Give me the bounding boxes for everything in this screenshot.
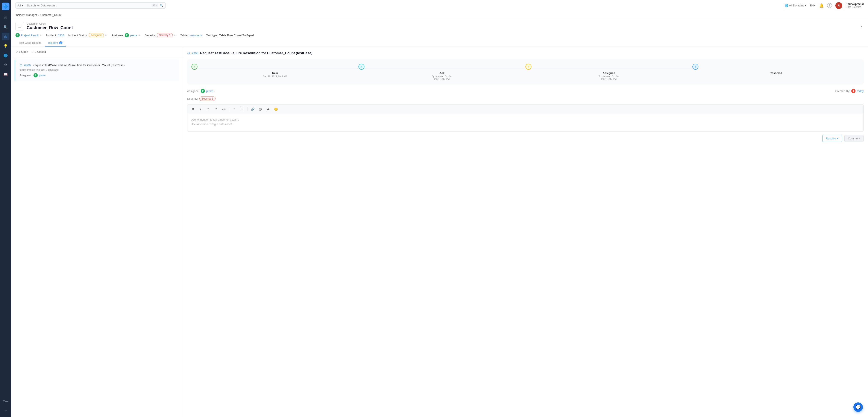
user-name: Rounakpreet.d <box>846 3 864 6</box>
status-badge[interactable]: Assigned <box>89 33 104 37</box>
assignee-name-link[interactable]: pierre <box>130 34 137 37</box>
code-button[interactable]: </> <box>221 106 227 112</box>
more-options-button[interactable]: ⋮ <box>860 24 864 29</box>
severity-label: Severity: <box>145 34 156 37</box>
notification-bell-icon[interactable]: 🔔 <box>819 3 824 8</box>
timeline-circle-ack: ✓ <box>359 64 365 70</box>
main-wrapper: All ▾ ⌘ × 🔍 🌐 All Domains ▾ EN ▾ 🔔 ? R R… <box>11 0 868 417</box>
owner-name-link[interactable]: Prajwal Pandit <box>21 34 39 37</box>
hashtag-button[interactable]: # <box>265 106 271 112</box>
timeline-line-2 <box>365 68 525 68</box>
link-button[interactable]: 🔗 <box>250 106 256 112</box>
avatar[interactable]: R <box>835 2 842 9</box>
search-input[interactable] <box>27 4 150 7</box>
unordered-list-button[interactable]: ☰ <box>239 106 245 112</box>
detail-assignee-name[interactable]: pierre <box>206 90 213 93</box>
chat-fab-button[interactable]: 💬 <box>854 403 863 412</box>
mention-button[interactable]: @ <box>257 106 264 112</box>
detail-incident-number[interactable]: #306 <box>192 52 198 55</box>
editor-body[interactable]: Use @mention to tag a user or a team. Us… <box>187 114 864 131</box>
resolve-chevron-icon: ▾ <box>837 137 839 140</box>
assignee-meta: Assignee: P pierre ✏ <box>112 33 141 37</box>
domain-label: All Domains <box>789 4 804 7</box>
content-area: Incident Manager / Customer_Count ☰ Cust… <box>11 11 868 417</box>
creator-name-link[interactable]: teddy <box>857 90 864 93</box>
domain-selector[interactable]: 🌐 All Domains ▾ <box>785 4 806 7</box>
incident-number-link[interactable]: #306 <box>58 34 64 37</box>
status-meta: Incident Status: Assigned ✏ <box>68 33 107 37</box>
editor-placeholder-2: Use #mention to tag a data asset. <box>191 122 860 127</box>
logout-icon[interactable]: → <box>2 407 9 414</box>
detail-header: ⊙ #306 Request TestCase Failure Resoluti… <box>187 51 864 55</box>
incident-number-link[interactable]: #306 <box>24 64 31 67</box>
quote-button[interactable]: " <box>213 106 219 112</box>
app-logo[interactable]: 🔷 <box>2 3 9 10</box>
assignee-edit-icon[interactable]: ✏ <box>138 34 141 37</box>
breadcrumb-separator: / <box>38 13 39 17</box>
table-value-link[interactable]: customers <box>189 34 202 37</box>
timeline-label-ack: Ack By teddy on Oct 14,2024, 5:17 PM <box>432 71 453 80</box>
detail-assignee-label: Assignee: <box>187 90 199 93</box>
severity-edit-icon[interactable]: ✏ <box>174 34 176 37</box>
detail-created-by: Created By: T teddy <box>835 89 864 93</box>
action-row: Resolve ▾ Comment <box>187 135 864 142</box>
search-icon[interactable]: 🔍 <box>160 4 163 7</box>
chevron-down-icon: ▾ <box>22 4 23 7</box>
chevron-down-icon: ▾ <box>805 4 806 7</box>
breadcrumb-customer-count[interactable]: Customer_Count <box>40 13 61 17</box>
search-container: All ▾ ⌘ × 🔍 <box>16 2 166 8</box>
timeline-step-ack: ✓ Ack By teddy on Oct 14,2024, 5:17 PM <box>359 64 525 80</box>
search-icon[interactable]: 🔍 <box>2 23 9 31</box>
lang-selector[interactable]: EN ▾ <box>810 4 816 7</box>
lightbulb-icon[interactable]: 💡 <box>2 42 9 50</box>
ordered-list-button[interactable]: ≡ <box>231 106 238 112</box>
breadcrumb-incident-manager[interactable]: Incident Manager <box>16 13 37 17</box>
assignee-label: Assignee: <box>112 34 124 37</box>
open-filter[interactable]: ⊙ 1 Open <box>16 50 28 54</box>
timeline-label-assigned: Assigned To pierre on Oct 14,2024, 5:17 … <box>599 71 619 80</box>
database-icon[interactable]: ⚙ <box>2 61 9 69</box>
settings-icon[interactable]: ⊙— <box>2 397 9 405</box>
open-count-label: 1 Open <box>19 50 28 54</box>
detail-severity-badge[interactable]: Severity 1 <box>199 97 216 101</box>
timeline-step-assigned: ✓ Assigned To pierre on Oct 14,2024, 5:1… <box>525 64 692 80</box>
globe-icon[interactable]: 🌐 <box>2 52 9 59</box>
italic-button[interactable]: I <box>198 106 204 112</box>
assignee-name[interactable]: pierre <box>39 74 46 77</box>
tab-test-case-results[interactable]: Test Case Results <box>16 39 45 46</box>
home-icon[interactable]: ⊞ <box>2 14 9 22</box>
severity-meta: Severity: Severity 1 ✏ <box>145 33 176 37</box>
status-edit-icon[interactable]: ✏ <box>105 34 107 37</box>
owner-avatar: P <box>16 33 20 37</box>
severity-badge[interactable]: Severity 1 <box>157 33 173 37</box>
user-info[interactable]: Rounakpreet.d Data Steward <box>846 3 864 8</box>
discover-icon[interactable]: ◎ <box>2 33 9 40</box>
tl-name-ack: Ack <box>432 71 453 75</box>
tl-date-new: Sep 28, 2024, 5:44 AM <box>263 75 287 78</box>
header-right: 🌐 All Domains ▾ EN ▾ 🔔 ? R Rounakpreet.d… <box>785 2 864 9</box>
help-icon[interactable]: ? <box>827 3 832 8</box>
owner-edit-icon[interactable]: ✏ <box>40 34 42 37</box>
timeline-step-new: ✓ New Sep 28, 2024, 5:44 AM <box>191 64 359 78</box>
page-icon: ☰ <box>16 22 24 30</box>
page-subtitle: Customer_Count <box>27 22 857 25</box>
resolve-button[interactable]: Resolve ▾ <box>822 135 842 142</box>
search-all-dropdown[interactable]: All ▾ <box>18 4 25 7</box>
comment-button[interactable]: Comment <box>844 135 864 142</box>
emoji-button[interactable]: 😊 <box>273 106 279 112</box>
tab-incident[interactable]: Incident 1 <box>45 39 66 46</box>
timeline-step-resolved: 4 Resolved <box>692 64 860 75</box>
strikethrough-button[interactable]: S <box>206 106 211 112</box>
book-icon[interactable]: 📖 <box>2 70 9 78</box>
incident-list-item[interactable]: ⊙ #306 Request TestCase Failure Resoluti… <box>14 60 179 81</box>
editor-placeholder-1: Use @mention to tag a user or a team. <box>191 118 860 122</box>
table-meta: Table: customers <box>180 34 202 37</box>
breadcrumb: Incident Manager / Customer_Count <box>11 11 868 19</box>
list-icon: ☰ <box>18 24 22 29</box>
assignees-label: Assignees: <box>20 74 32 77</box>
tabs-row: Test Case Results Incident 1 <box>16 38 864 46</box>
created-by-label: Created By: <box>835 90 850 93</box>
closed-filter[interactable]: ✓ 1 Closed <box>32 50 46 54</box>
timeline-circle-resolved: 4 <box>692 64 699 70</box>
bold-button[interactable]: B <box>190 106 196 112</box>
